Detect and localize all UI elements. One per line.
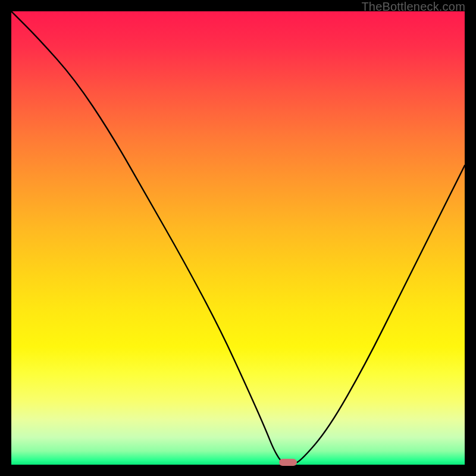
bottleneck-marker bbox=[279, 459, 297, 466]
plot-area bbox=[11, 11, 465, 465]
chart-wrapper: TheBottleneck.com bbox=[0, 0, 476, 476]
curve-svg bbox=[11, 11, 465, 465]
bottleneck-curve bbox=[11, 11, 465, 465]
